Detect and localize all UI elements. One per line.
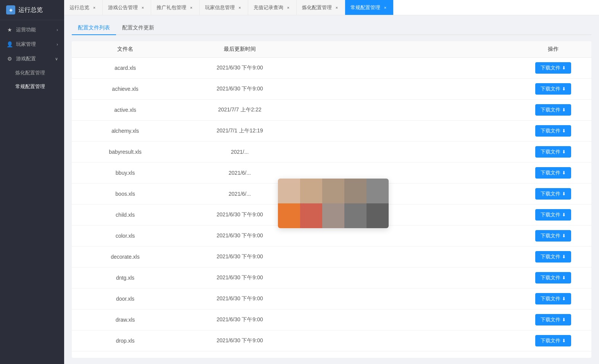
cell-action: 下载文件 ⬇ [515,309,591,330]
table-header-row: 文件名 最后更新时间 操作 [72,41,591,58]
download-icon: ⬇ [562,86,566,92]
table-row: babyresult.xls2021/...下载文件 ⬇ [72,142,591,163]
tab-close-icon[interactable]: × [237,5,242,10]
gear-icon: ⚙ [6,55,13,62]
cell-action: 下载文件 ⬇ [515,225,591,246]
download-icon: ⬇ [562,317,566,322]
tab-promo-gift[interactable]: 推广礼包管理 × [151,0,200,15]
download-button[interactable]: 下载文件 ⬇ [535,146,571,158]
cell-spacer [301,267,515,288]
col-header-spacer [301,41,515,58]
cell-last-updated: 2021/6/30 下午9:00 [179,58,301,79]
color-swatch[interactable] [322,203,344,228]
download-button[interactable]: 下载文件 ⬇ [535,83,571,95]
sidebar-sub-item-regular-config[interactable]: 常规配置管理 [0,80,64,93]
tab-label: 运行总览 [69,4,89,11]
cell-action: 下载文件 ⬇ [515,184,591,205]
tab-close-icon[interactable]: × [286,5,291,10]
chevron-down-icon: ∨ [55,56,58,61]
user-icon: 👤 [6,41,13,48]
tab-label: 充值记录查询 [253,4,283,11]
download-button[interactable]: 下载文件 ⬇ [535,62,571,74]
download-icon: ⬇ [562,65,566,71]
col-header-action: 操作 [515,41,591,58]
cell-last-updated: 2021/6/30 下午9:00 [179,246,301,267]
download-icon: ⬇ [562,338,566,343]
color-swatch[interactable] [300,179,322,203]
cell-spacer [301,58,515,79]
download-button[interactable]: 下载文件 ⬇ [535,188,571,200]
download-button[interactable]: 下载文件 ⬇ [535,251,571,263]
cell-spacer [301,142,515,163]
tab-forge-config[interactable]: 炼化配置管理 × [297,0,345,15]
tab-recharge-query[interactable]: 充值记录查询 × [248,0,297,15]
cell-filename: child.xls [72,205,179,225]
col-header-filename: 文件名 [72,41,179,58]
tab-bar: 运行总览 × 游戏公告管理 × 推广礼包管理 × 玩家信息管理 × 充值记录查询… [64,0,599,15]
sub-tab-file-list[interactable]: 配置文件列表 [72,21,116,35]
tab-label: 玩家信息管理 [205,4,235,11]
cell-spacer [301,246,515,267]
tab-close-icon[interactable]: × [383,5,388,10]
download-button[interactable]: 下载文件 ⬇ [535,230,571,242]
color-swatch[interactable] [278,203,300,228]
color-swatch[interactable] [322,179,344,203]
table-row: draw.xls2021/6/30 下午9:00下载文件 ⬇ [72,309,591,330]
table-row: acard.xls2021/6/30 下午9:00下载文件 ⬇ [72,58,591,79]
download-button[interactable]: 下载文件 ⬇ [535,104,571,116]
download-button[interactable]: 下载文件 ⬇ [535,167,571,179]
download-icon: ⬇ [562,275,566,280]
color-swatch[interactable] [278,179,300,203]
color-swatch[interactable] [344,203,367,228]
cell-filename: decorate.xls [72,246,179,267]
col-header-time: 最后更新时间 [179,41,301,58]
cell-filename: draw.xls [72,309,179,330]
cell-last-updated: 2021/7/7 上午2:22 [179,100,301,121]
color-swatch[interactable] [367,179,389,203]
cell-last-updated: 2021/... [179,142,301,163]
tab-label: 推广礼包管理 [157,4,186,11]
content-area: 配置文件列表 配置文件更新 文件名 最后更新时间 操作 [64,15,599,364]
cell-action: 下载文件 ⬇ [515,163,591,184]
color-swatch[interactable] [300,203,322,228]
sidebar-item-player-mgmt[interactable]: 👤 玩家管理 › [0,37,64,52]
sidebar-item-game-config[interactable]: ⚙ 游戏配置 ∨ [0,52,64,66]
cell-filename: door.xls [72,288,179,309]
sidebar-item-operations[interactable]: ★ 运营功能 › [0,23,64,37]
color-swatch[interactable] [367,203,389,228]
table-row: door.xls2021/6/30 下午9:00下载文件 ⬇ [72,288,591,309]
download-icon: ⬇ [562,149,566,155]
table-row: dntg.xls2021/6/30 下午9:00下载文件 ⬇ [72,267,591,288]
tab-close-icon[interactable]: × [92,5,97,10]
tab-label: 游戏公告管理 [108,4,138,11]
tab-player-info[interactable]: 玩家信息管理 × [200,0,248,15]
cell-action: 下载文件 ⬇ [515,121,591,142]
sidebar-item-label: 运营功能 [16,26,36,33]
cell-filename: boos.xls [72,184,179,205]
cell-last-updated: 2021/6/30 下午9:00 [179,330,301,351]
tab-game-announce[interactable]: 游戏公告管理 × [103,0,151,15]
sidebar-header: ◈ 运行总览 [0,0,64,20]
sub-tab-file-update[interactable]: 配置文件更新 [116,21,160,35]
sidebar-sub-item-forge-config[interactable]: 炼化配置管理 [0,66,64,80]
tab-regular-config[interactable]: 常规配置管理 × [345,0,394,15]
tab-close-icon[interactable]: × [140,5,145,10]
tab-close-icon[interactable]: × [334,5,339,10]
tab-close-icon[interactable]: × [189,5,194,10]
tab-label: 炼化配置管理 [302,4,332,11]
sidebar-title: 运行总览 [18,6,43,14]
cell-spacer [301,288,515,309]
download-button[interactable]: 下载文件 ⬇ [535,125,571,137]
tab-overview[interactable]: 运行总览 × [64,0,103,15]
cell-action: 下载文件 ⬇ [515,79,591,100]
sidebar: ◈ 运行总览 ★ 运营功能 › 👤 玩家管理 › ⚙ 游戏配置 ∨ 炼化配置管理… [0,0,64,364]
download-button[interactable]: 下载文件 ⬇ [535,272,571,283]
cell-action: 下载文件 ⬇ [515,246,591,267]
download-button[interactable]: 下载文件 ⬇ [535,209,571,221]
download-button[interactable]: 下载文件 ⬇ [535,293,571,304]
download-button[interactable]: 下载文件 ⬇ [535,314,571,325]
table-row: color.xls2021/6/30 下午9:00下载文件 ⬇ [72,225,591,246]
color-swatch[interactable] [344,179,367,203]
cell-action: 下载文件 ⬇ [515,205,591,225]
download-button[interactable]: 下载文件 ⬇ [535,335,571,346]
